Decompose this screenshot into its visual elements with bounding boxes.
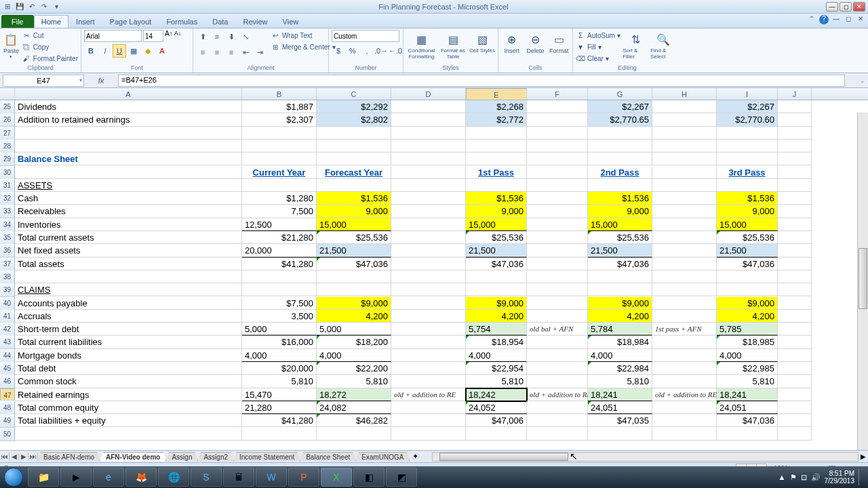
start-button[interactable]: [0, 466, 27, 488]
italic-button[interactable]: I: [98, 44, 112, 58]
bold-button[interactable]: B: [84, 44, 98, 58]
cell-F45[interactable]: [527, 362, 588, 375]
cell-H37[interactable]: [652, 258, 717, 270]
cell-D48[interactable]: [391, 401, 466, 414]
last-sheet-icon[interactable]: ⏭: [28, 453, 38, 460]
cell-G50[interactable]: [588, 428, 652, 441]
tray-net-icon[interactable]: ⊡: [801, 473, 807, 482]
cell-J31[interactable]: [778, 179, 812, 192]
cell-G46[interactable]: 5,810: [588, 375, 652, 388]
cell-A44[interactable]: Mortgage bonds: [15, 349, 242, 362]
cell-C41[interactable]: 4,200: [317, 310, 391, 323]
cell-J36[interactable]: [778, 244, 812, 257]
cell-C49[interactable]: $46,282: [317, 414, 391, 427]
row-header[interactable]: 49: [0, 414, 15, 428]
border-button[interactable]: ▦: [127, 44, 140, 58]
cell-H36[interactable]: [652, 244, 717, 257]
sheet-tab[interactable]: Assign2: [197, 452, 234, 462]
cell-G29[interactable]: [588, 152, 652, 165]
cell-E44[interactable]: 4,000: [466, 349, 527, 362]
cell-A43[interactable]: Total current liabilities: [15, 336, 242, 348]
cell-F32[interactable]: [527, 192, 588, 205]
cell-C29[interactable]: [317, 152, 391, 165]
cell-C35[interactable]: $25,536: [317, 231, 391, 244]
cell-D41[interactable]: [391, 310, 466, 323]
find-select-button[interactable]: 🔍Find & Select: [650, 30, 676, 60]
cell-C39[interactable]: [317, 283, 391, 296]
chrome-taskbar-icon[interactable]: 🌐: [158, 468, 189, 487]
cell-J27[interactable]: [778, 127, 812, 140]
cell-H43[interactable]: [652, 336, 717, 348]
cell-F41[interactable]: [527, 310, 588, 323]
cell-F38[interactable]: [527, 270, 588, 283]
cell-E37[interactable]: $47,036: [466, 258, 527, 270]
minimize-button[interactable]: —: [826, 2, 838, 12]
cell-H40[interactable]: [652, 297, 717, 310]
sort-filter-button[interactable]: ⇅Sort & Filter: [623, 30, 648, 60]
inc-indent-icon[interactable]: ⇥: [253, 45, 267, 59]
cell-J28[interactable]: [778, 140, 812, 152]
cell-J43[interactable]: [778, 336, 812, 348]
cell-E27[interactable]: [466, 127, 527, 140]
row-header[interactable]: 39: [0, 283, 15, 297]
prev-sheet-icon[interactable]: ◀: [9, 453, 19, 460]
col-header-E[interactable]: E: [466, 88, 527, 100]
cell-H39[interactable]: [652, 283, 717, 296]
cell-G30[interactable]: 2nd Pass: [588, 166, 652, 179]
cell-E47[interactable]: 18,242: [466, 388, 527, 401]
cell-H30[interactable]: [652, 166, 717, 179]
cell-D38[interactable]: [391, 270, 466, 283]
comma-icon[interactable]: ,: [360, 44, 374, 58]
cell-G28[interactable]: [588, 140, 652, 152]
scroll-right-icon[interactable]: ▶: [859, 453, 868, 460]
tray-vol-icon[interactable]: 🔊: [811, 473, 821, 482]
cell-C42[interactable]: 5,000: [317, 323, 391, 336]
cell-A29[interactable]: Balance Sheet: [15, 152, 242, 165]
cell-A30[interactable]: [15, 166, 242, 179]
row-header[interactable]: 35: [0, 231, 15, 245]
cell-I34[interactable]: 15,000: [717, 218, 778, 231]
cell-B27[interactable]: [242, 127, 317, 140]
cell-H44[interactable]: [652, 349, 717, 362]
tab-review[interactable]: Review: [235, 15, 275, 28]
row-header[interactable]: 46: [0, 375, 15, 388]
sheet-tab[interactable]: Assign: [165, 452, 198, 462]
cell-I43[interactable]: $18,985: [717, 336, 778, 348]
cell-F50[interactable]: [527, 428, 588, 441]
cell-C40[interactable]: $9,000: [317, 297, 391, 310]
cell-E49[interactable]: $47,006: [466, 414, 527, 427]
cell-H34[interactable]: [652, 218, 717, 231]
cell-F31[interactable]: [527, 179, 588, 192]
cell-D40[interactable]: [391, 297, 466, 310]
cut-button[interactable]: ✂Cut: [22, 30, 78, 41]
cell-H46[interactable]: [652, 375, 717, 388]
cell-J37[interactable]: [778, 258, 812, 270]
row-header[interactable]: 45: [0, 362, 15, 375]
cell-G34[interactable]: 15,000: [588, 218, 652, 231]
cell-F35[interactable]: [527, 231, 588, 244]
row-header[interactable]: 32: [0, 192, 15, 205]
cell-A41[interactable]: Accruals: [15, 310, 242, 323]
cell-A33[interactable]: Receivables: [15, 205, 242, 218]
row-header[interactable]: 27: [0, 127, 15, 140]
cell-C47[interactable]: 18,272: [317, 388, 391, 401]
col-header-B[interactable]: B: [242, 88, 317, 100]
cell-C33[interactable]: 9,000: [317, 205, 391, 218]
row-header[interactable]: 38: [0, 270, 15, 284]
vertical-scrollbar[interactable]: [857, 113, 868, 450]
cell-D27[interactable]: [391, 127, 466, 140]
merge-center-button[interactable]: ⊞Merge & Center ▾: [271, 41, 336, 52]
format-painter-button[interactable]: 🖌Format Painter: [22, 53, 78, 64]
cell-C26[interactable]: $2,802: [317, 113, 391, 126]
cell-A50[interactable]: [15, 428, 242, 441]
cell-I26[interactable]: $2,770.60: [717, 113, 778, 126]
cell-I44[interactable]: 4,000: [717, 349, 778, 362]
cell-F34[interactable]: [527, 218, 588, 231]
tray-flag-icon[interactable]: ⚑: [790, 473, 797, 482]
cell-A42[interactable]: Short-term debt: [15, 323, 242, 336]
cell-C32[interactable]: $1,536: [317, 192, 391, 205]
align-bot-icon[interactable]: ⬇: [224, 30, 238, 43]
cell-J30[interactable]: [778, 166, 812, 179]
cell-D32[interactable]: [391, 192, 466, 205]
row-header[interactable]: 44: [0, 349, 15, 363]
